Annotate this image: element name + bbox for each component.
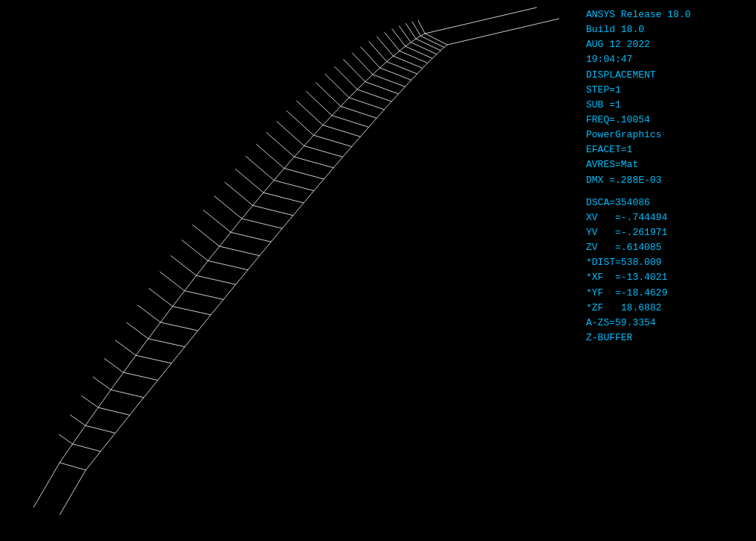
sidebar-line-4: DISPLACEMENT (586, 68, 747, 83)
info-sidebar: ANSYS Release 18.0Build 18.0AUG 12 20221… (577, 0, 756, 541)
sidebar-line-16: ZV =.614085 (586, 240, 747, 255)
sidebar-line-8: PowerGraphics (586, 128, 747, 143)
sidebar-line-22: Z-BUFFER (586, 331, 747, 345)
sidebar-line-9: EFACET=1 (586, 143, 747, 157)
sidebar-line-7: FREQ=.10054 (586, 113, 747, 128)
sidebar-line-20: *ZF 18.6882 (586, 301, 747, 316)
model-canvas (0, 0, 577, 541)
sidebar-line-13: DSCA=354086 (586, 196, 747, 210)
sidebar-line-15: YV =-.261971 (586, 225, 747, 240)
sidebar-line-1: Build 18.0 (586, 22, 747, 37)
graphics-viewport[interactable] (0, 0, 577, 541)
sidebar-line-0: ANSYS Release 18.0 (586, 7, 747, 22)
sidebar-line-19: *YF =-18.4629 (586, 286, 747, 301)
sidebar-line-2: AUG 12 2022 (586, 37, 747, 52)
sidebar-line-6: SUB =1 (586, 98, 747, 113)
sidebar-line-18: *XF =-13.4021 (586, 270, 747, 285)
sidebar-line-3: 19:04:47 (586, 52, 747, 67)
sidebar-line-12 (586, 188, 747, 196)
sidebar-line-17: *DIST=538.009 (586, 255, 747, 270)
sidebar-line-5: STEP=1 (586, 83, 747, 98)
main-container: ANSYS Release 18.0Build 18.0AUG 12 20221… (0, 0, 756, 541)
sidebar-line-21: A-ZS=59.3354 (586, 316, 747, 331)
sidebar-line-11: DMX =.288E-03 (586, 173, 747, 188)
sidebar-line-10: AVRES=Mat (586, 157, 747, 172)
sidebar-line-14: XV =-.744494 (586, 210, 747, 225)
